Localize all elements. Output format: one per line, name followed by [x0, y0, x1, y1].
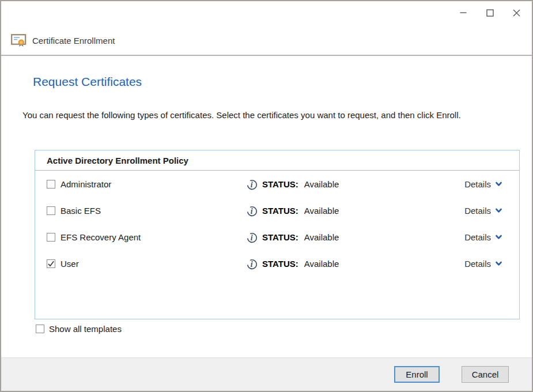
show-all-templates[interactable]: Show all templates [36, 324, 122, 334]
template-name: Basic EFS [61, 206, 246, 216]
template-row[interactable]: EFS Recovery AgentiSTATUS:AvailableDetai… [35, 224, 519, 250]
info-icon: i [246, 205, 258, 217]
chevron-down-icon [496, 208, 502, 213]
details-toggle[interactable]: Details [464, 179, 502, 189]
page-title: Request Certificates [33, 75, 142, 89]
minimize-button[interactable] [450, 3, 477, 22]
status-value: Available [304, 179, 339, 189]
chevron-down-icon [496, 182, 502, 187]
status-group: iSTATUS:Available [246, 178, 339, 190]
info-icon: i [246, 258, 258, 270]
details-toggle[interactable]: Details [464, 206, 502, 216]
template-row[interactable]: AdministratoriSTATUS:AvailableDetails [35, 171, 519, 197]
maximize-button[interactable] [477, 3, 503, 22]
template-name: Administrator [61, 179, 246, 189]
template-checkbox[interactable] [47, 259, 55, 268]
status-value: Available [304, 259, 339, 269]
details-label: Details [464, 179, 491, 189]
template-name: EFS Recovery Agent [61, 232, 246, 242]
template-checkbox[interactable] [47, 206, 55, 215]
details-label: Details [464, 206, 491, 216]
minimize-icon [460, 9, 467, 16]
svg-text:i: i [251, 233, 253, 242]
info-icon: i [246, 178, 258, 190]
window-controls [450, 3, 530, 22]
status-label: STATUS: [262, 259, 298, 269]
policy-header: Active Directory Enrollment Policy [35, 150, 519, 171]
close-button[interactable] [503, 3, 530, 22]
chevron-down-icon [496, 235, 502, 240]
status-group: iSTATUS:Available [246, 258, 339, 270]
certificate-enrollment-dialog: Certificate Enrollment Request Certifica… [0, 0, 533, 392]
details-toggle[interactable]: Details [464, 259, 502, 269]
close-icon [513, 9, 520, 17]
show-all-label: Show all templates [49, 324, 122, 334]
status-label: STATUS: [262, 206, 298, 216]
status-value: Available [304, 232, 339, 242]
title-bar: Certificate Enrollment [1, 1, 532, 56]
checkmark-icon [47, 260, 55, 267]
status-label: STATUS: [262, 179, 298, 189]
certificate-icon [11, 34, 27, 47]
details-label: Details [464, 232, 491, 242]
footer-bar: Enroll Cancel [1, 357, 532, 391]
template-checkbox[interactable] [47, 233, 55, 242]
status-group: iSTATUS:Available [246, 231, 339, 243]
svg-text:i: i [251, 180, 253, 189]
cancel-button[interactable]: Cancel [462, 366, 509, 383]
enroll-button[interactable]: Enroll [394, 366, 440, 383]
status-label: STATUS: [262, 232, 298, 242]
status-group: iSTATUS:Available [246, 205, 339, 217]
details-toggle[interactable]: Details [464, 232, 502, 242]
template-checkbox[interactable] [47, 180, 55, 189]
details-label: Details [464, 259, 491, 269]
info-icon: i [246, 231, 258, 243]
status-value: Available [304, 206, 339, 216]
enrollment-policy-box: Active Directory Enrollment Policy Admin… [35, 150, 520, 319]
svg-text:i: i [251, 207, 253, 216]
maximize-icon [486, 9, 494, 17]
template-row[interactable]: UseriSTATUS:AvailableDetails [35, 250, 519, 277]
window-title: Certificate Enrollment [32, 36, 115, 46]
show-all-checkbox[interactable] [36, 325, 44, 333]
template-row[interactable]: Basic EFSiSTATUS:AvailableDetails [35, 197, 519, 224]
template-name: User [61, 259, 246, 269]
page-description: You can request the following types of c… [22, 108, 513, 122]
chevron-down-icon [496, 261, 502, 266]
svg-text:i: i [251, 260, 253, 269]
template-list: AdministratoriSTATUS:AvailableDetailsBas… [35, 171, 519, 277]
